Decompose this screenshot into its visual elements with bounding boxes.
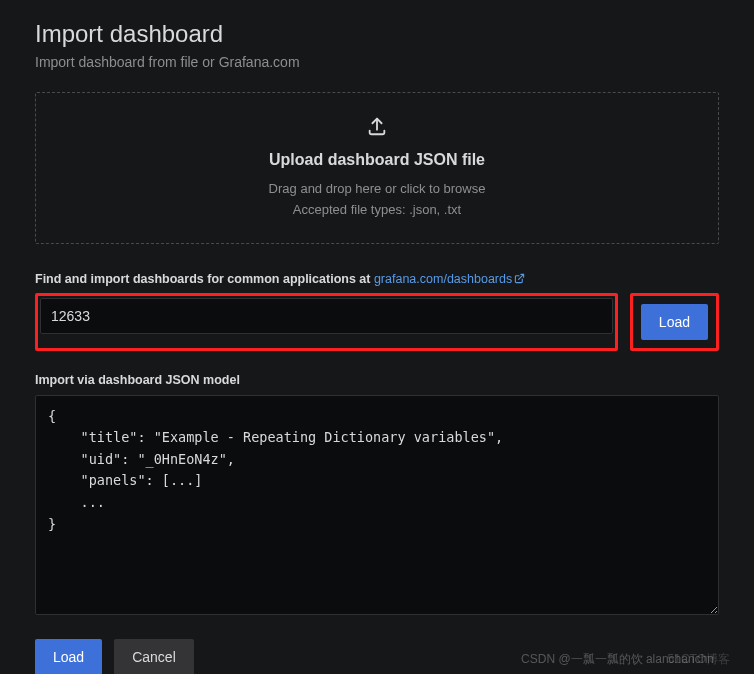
page-subtitle: Import dashboard from file or Grafana.co… [35,54,719,70]
cancel-button[interactable]: Cancel [114,639,194,674]
watermark-primary: CSDN @一瓢一瓢的饮 alanchanchn [521,651,714,668]
dropzone-hint-1: Drag and drop here or click to browse [56,179,698,200]
dropzone-hint-2: Accepted file types: .json, .txt [56,200,698,221]
svg-line-1 [519,274,524,279]
load-by-id-button[interactable]: Load [641,304,708,340]
page-title: Import dashboard [35,20,719,48]
import-id-label-text: Find and import dashboards for common ap… [35,272,374,286]
upload-dropzone[interactable]: Upload dashboard JSON file Drag and drop… [35,92,719,244]
grafana-dashboards-link[interactable]: grafana.com/dashboards [374,272,525,286]
highlight-box-input [35,293,618,351]
load-button[interactable]: Load [35,639,102,674]
dropzone-title: Upload dashboard JSON file [56,151,698,169]
json-model-label: Import via dashboard JSON model [35,373,719,387]
external-link-icon [514,273,525,287]
highlight-box-button: Load [630,293,719,351]
json-model-textarea[interactable] [35,395,719,615]
upload-icon [366,115,388,141]
dashboard-id-input[interactable] [40,298,613,334]
import-id-label: Find and import dashboards for common ap… [35,272,719,287]
